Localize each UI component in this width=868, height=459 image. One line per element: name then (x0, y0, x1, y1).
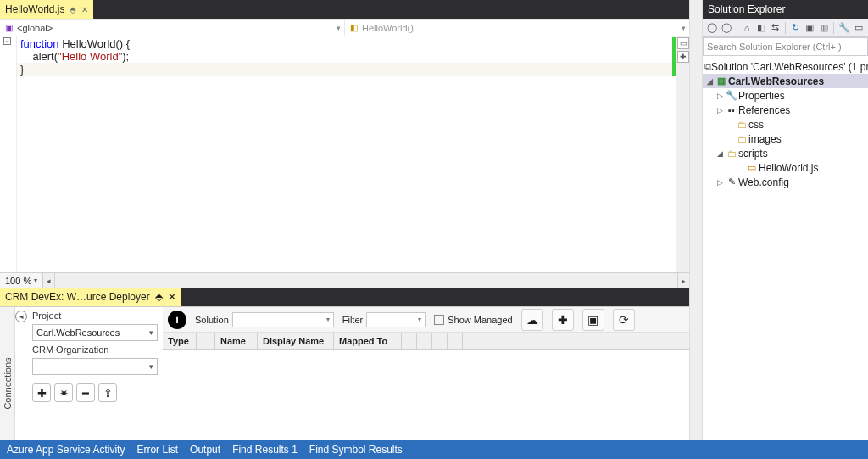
expand-icon[interactable] (715, 92, 725, 100)
tab-title: HelloWorld.js (5, 3, 64, 15)
solution-label: Solution (195, 315, 229, 325)
show-all-icon[interactable]: ▥ (818, 21, 831, 35)
member-text: HelloWorld() (362, 23, 414, 33)
status-find-results-1[interactable]: Find Results 1 (232, 444, 298, 456)
properties-icon[interactable]: 🔧 (837, 21, 850, 35)
status-find-symbol-results[interactable]: Find Symbol Results (309, 444, 403, 456)
tree-label: Carl.WebResources (728, 76, 824, 87)
solution-icon: ⧉ (704, 61, 711, 72)
scroll-left-icon[interactable]: ◂ (43, 273, 55, 288)
tree-properties[interactable]: 🔧 Properties (703, 88, 868, 103)
scope-icon[interactable]: ◧ (754, 21, 767, 35)
expand-icon[interactable] (715, 178, 725, 187)
tab-helloworld-js[interactable]: HelloWorld.js ⬘ ✕ (0, 0, 93, 19)
close-icon[interactable]: ✕ (81, 5, 88, 14)
close-icon[interactable]: ✕ (168, 291, 176, 303)
tree-file-webconfig[interactable]: ✎ Web.config (703, 175, 868, 189)
tree-label: HelloWorld.js (759, 162, 818, 174)
info-icon[interactable]: i (168, 311, 186, 329)
back-icon: ◂ (15, 311, 27, 322)
expand-icon[interactable] (704, 77, 715, 86)
tab-crm-deployer[interactable]: CRM DevEx: W…urce Deployer ⬘ ✕ (0, 288, 181, 306)
code-token: HelloWorld() { (59, 37, 131, 50)
tree-label: Web.config (738, 176, 789, 188)
solution-tree[interactable]: ⧉ Solution 'Carl.WebResources' (1 projec… (703, 56, 868, 440)
tree-label: Properties (738, 90, 785, 102)
status-error-list[interactable]: Error List (136, 444, 178, 456)
tree-label: images (748, 133, 782, 145)
tree-project[interactable]: ▦ Carl.WebResources (703, 74, 868, 88)
chevron-down-icon: ▾ (149, 328, 153, 337)
code-token: "Hello World" (58, 50, 122, 63)
separator (785, 22, 786, 34)
chevron-down-icon: ▾ (418, 316, 421, 323)
back-button[interactable]: ◂ (15, 307, 27, 459)
filter-select[interactable]: ▾ (366, 312, 426, 327)
status-output[interactable]: Output (190, 444, 220, 456)
scroll-right-icon[interactable]: ▸ (677, 273, 689, 288)
scope-dropdown[interactable]: ▣ <global> ▾ (0, 20, 345, 36)
editor-vscrollbar[interactable]: ▭ ✚ (676, 36, 689, 272)
org-select[interactable]: ▾ (32, 358, 158, 375)
splitter[interactable] (689, 0, 703, 459)
solution-select[interactable]: ▾ (232, 312, 334, 327)
connections-label: Connections (3, 357, 13, 409)
package-button[interactable]: ▣ (582, 309, 604, 331)
col-display-name[interactable]: Display Name (258, 333, 334, 349)
back-icon[interactable]: ◯ (706, 21, 719, 35)
sync-icon[interactable]: ⇆ (769, 21, 782, 35)
editor-hscrollbar[interactable]: ◂ ▸ (42, 273, 689, 288)
col-spacer (448, 333, 463, 349)
code-token: } (20, 63, 24, 76)
outline-toggle-icon[interactable]: − (3, 37, 11, 45)
expand-icon[interactable]: ✚ (677, 51, 689, 63)
show-managed-checkbox[interactable]: Show Managed (434, 315, 512, 325)
connections-rail[interactable]: Connections (0, 307, 15, 459)
project-icon: ▦ (715, 76, 728, 87)
expand-icon[interactable] (715, 106, 725, 115)
separator (833, 22, 834, 34)
tree-folder-css[interactable]: 🗀 css (703, 117, 868, 132)
chevron-down-icon: ▾ (682, 24, 686, 32)
tree-references[interactable]: ▪▪ References (703, 103, 868, 117)
pin-icon[interactable]: ⬘ (70, 5, 76, 14)
col-mapped-to[interactable]: Mapped To (334, 333, 402, 349)
refresh-button[interactable]: ⟳ (613, 309, 635, 331)
plugin-button[interactable]: ⇪ (98, 383, 117, 402)
cloud-download-button[interactable]: ☁ (521, 309, 543, 331)
crm-deployer-panel: Connections ◂ Project Carl.WebResources … (0, 306, 689, 459)
home-icon[interactable]: ⌂ (741, 21, 754, 35)
wrench-icon: 🔧 (725, 90, 738, 101)
refresh-icon[interactable]: ↻ (789, 21, 802, 35)
editor-text-area[interactable]: function HelloWorld() { alert("Hello Wor… (17, 36, 672, 272)
collapse-icon[interactable]: ▣ (804, 21, 816, 35)
remove-connection-button[interactable]: ━ (76, 383, 95, 402)
settings-button[interactable]: ✷ (54, 383, 73, 402)
code-editor[interactable]: − function HelloWorld() { alert("Hello W… (0, 36, 689, 272)
status-azure[interactable]: Azure App Service Activity (7, 444, 125, 456)
deployer-toolbar: i Solution ▾ Filter ▾ Show Managed ☁ ✚ (163, 307, 689, 333)
preview-icon[interactable]: ▭ (852, 21, 865, 35)
tree-folder-scripts[interactable]: 🗀 scripts (703, 146, 868, 160)
js-file-icon: ▭ (745, 162, 759, 173)
col-type[interactable]: Type (163, 333, 197, 349)
pin-icon[interactable]: ⬘ (155, 291, 163, 303)
add-button[interactable]: ✚ (552, 309, 574, 331)
code-token: alert( (20, 50, 58, 63)
tree-folder-images[interactable]: 🗀 images (703, 132, 868, 146)
member-dropdown[interactable]: ◧ HelloWorld() ▾ (345, 20, 689, 36)
expand-icon[interactable] (715, 149, 725, 158)
tree-file-helloworld[interactable]: ▭ HelloWorld.js (703, 160, 868, 175)
show-managed-label: Show Managed (448, 315, 512, 325)
chevron-down-icon: ▾ (337, 24, 341, 32)
add-connection-button[interactable]: ✚ (32, 383, 51, 402)
forward-icon[interactable]: ◯ (721, 21, 733, 35)
solution-explorer-search[interactable]: Search Solution Explorer (Ctrl+;) (703, 37, 868, 56)
folder-icon: 🗀 (735, 120, 748, 130)
split-icon[interactable]: ▭ (677, 37, 689, 49)
col-name[interactable]: Name (215, 333, 258, 349)
project-select[interactable]: Carl.WebResources ▾ (32, 324, 158, 341)
col-blank[interactable] (197, 333, 215, 349)
tree-solution[interactable]: ⧉ Solution 'Carl.WebResources' (1 projec… (703, 59, 868, 74)
zoom-dropdown[interactable]: 100 % ▾ (0, 276, 42, 286)
